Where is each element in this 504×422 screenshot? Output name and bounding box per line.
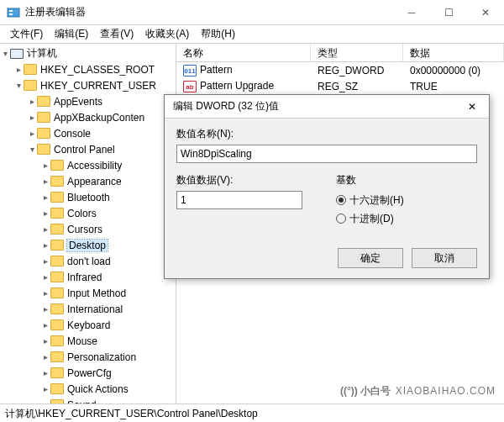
cancel-button[interactable]: 取消: [412, 248, 477, 268]
tree-item[interactable]: ▸don't load: [0, 253, 176, 269]
svg-rect-0: [8, 8, 19, 17]
tree-item[interactable]: ▸Personalization: [0, 349, 176, 365]
menu-view[interactable]: 查看(V): [95, 25, 139, 43]
svg-rect-1: [9, 10, 13, 12]
menu-file[interactable]: 文件(F): [5, 25, 48, 43]
base-label: 基数: [336, 173, 404, 187]
radio-dec[interactable]: 十进制(D): [336, 209, 404, 228]
tree-item[interactable]: ▸International: [0, 301, 176, 317]
tree-item[interactable]: ▸Sound: [0, 397, 176, 404]
value-data-label: 数值数据(V):: [176, 173, 302, 187]
tree-item[interactable]: ▾计算机: [0, 45, 176, 61]
menubar: 文件(F) 编辑(E) 查看(V) 收藏夹(A) 帮助(H): [0, 25, 504, 44]
tree-item[interactable]: ▸Colors: [0, 205, 176, 221]
radio-hex[interactable]: 十六进制(H): [336, 191, 404, 209]
tree-item[interactable]: ▸Accessibility: [0, 157, 176, 173]
value-data-input[interactable]: [176, 191, 302, 209]
list-row[interactable]: abPattern UpgradeREG_SZTRUE: [176, 78, 504, 94]
value-name-input[interactable]: [176, 145, 477, 163]
tree-item[interactable]: ▸AppXBackupConten: [0, 109, 176, 125]
window-title: 注册表编辑器: [25, 5, 393, 19]
tree-item[interactable]: ▾Control Panel: [0, 141, 176, 157]
maximize-button[interactable]: ☐: [430, 0, 467, 25]
radio-icon: [336, 214, 346, 224]
tree-item[interactable]: ▸Mouse: [0, 333, 176, 349]
menu-help[interactable]: 帮助(H): [196, 25, 240, 43]
tree-item[interactable]: ▸Infrared: [0, 269, 176, 285]
tree-item[interactable]: ▾HKEY_CURRENT_USER: [0, 77, 176, 93]
tree-item[interactable]: ▸HKEY_CLASSES_ROOT: [0, 61, 176, 77]
list-row[interactable]: 011PatternREG_DWORD0x00000000 (0): [176, 62, 504, 78]
radio-icon: [336, 195, 346, 205]
tree-item[interactable]: ▸Input Method: [0, 285, 176, 301]
svg-rect-2: [9, 13, 13, 15]
col-header-name[interactable]: 名称: [176, 44, 311, 61]
tree-item[interactable]: ▸Bluetooth: [0, 189, 176, 205]
minimize-button[interactable]: ─: [393, 0, 430, 25]
edit-dword-dialog: 编辑 DWORD (32 位)值 ✕ 数值名称(N): 数值数据(V): 基数 …: [164, 94, 490, 279]
dialog-close-button[interactable]: ✕: [455, 95, 489, 119]
tree-item[interactable]: ▸AppEvents: [0, 93, 176, 109]
tree-item[interactable]: ▸Keyboard: [0, 317, 176, 333]
tree-item[interactable]: ▸Desktop: [0, 237, 176, 253]
ok-button[interactable]: 确定: [338, 248, 403, 268]
menu-edit[interactable]: 编辑(E): [50, 25, 93, 43]
tree-item[interactable]: ▸PowerCfg: [0, 365, 176, 381]
close-button[interactable]: ✕: [467, 0, 504, 25]
tree-item[interactable]: ▸Console: [0, 125, 176, 141]
tree-item[interactable]: ▸Quick Actions: [0, 381, 176, 397]
titlebar: 注册表编辑器 ─ ☐ ✕: [0, 0, 504, 25]
menu-favorites[interactable]: 收藏夹(A): [140, 25, 194, 43]
list-header: 名称 类型 数据: [176, 44, 504, 62]
dialog-titlebar: 编辑 DWORD (32 位)值 ✕: [165, 95, 489, 119]
tree-pane[interactable]: ▾计算机▸HKEY_CLASSES_ROOT▾HKEY_CURRENT_USER…: [0, 44, 176, 404]
value-name-label: 数值名称(N):: [176, 127, 477, 141]
dialog-title: 编辑 DWORD (32 位)值: [173, 99, 455, 113]
col-header-type[interactable]: 类型: [311, 44, 403, 61]
tree-item[interactable]: ▸Cursors: [0, 221, 176, 237]
statusbar: 计算机\HKEY_CURRENT_USER\Control Panel\Desk…: [0, 404, 504, 422]
col-header-data[interactable]: 数据: [403, 44, 504, 61]
tree-item[interactable]: ▸Appearance: [0, 173, 176, 189]
regedit-icon: [7, 6, 20, 19]
